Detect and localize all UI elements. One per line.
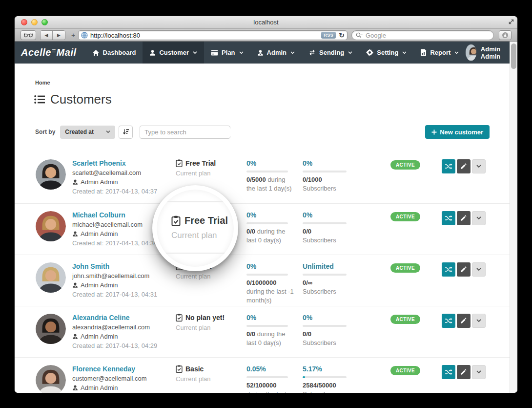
sending-quota-desc: during the last -1 month(s) (246, 288, 294, 304)
login-as-button[interactable] (442, 365, 455, 379)
subscribers-value: 0/0 (303, 330, 311, 338)
clipboard-check-icon (171, 215, 181, 226)
list-icon (34, 95, 45, 104)
edit-button[interactable] (457, 314, 471, 328)
login-as-button[interactable] (442, 314, 455, 328)
resize-arrows-icon[interactable] (508, 19, 514, 25)
plan-name: No plan yet! (176, 314, 246, 322)
customer-email: john.smith@acellemail.com (72, 272, 176, 279)
new-customer-button[interactable]: New customer (425, 125, 490, 139)
magnified-plan-sub: Current plan (171, 231, 228, 240)
scrollbar-thumb[interactable] (511, 43, 516, 69)
status-badge: ACTIVE (390, 160, 420, 170)
more-actions-button[interactable] (472, 262, 486, 277)
subscribers-detail: 0/1000 Subscribers (303, 175, 350, 193)
edit-button[interactable] (457, 211, 471, 225)
pencil-icon (460, 215, 467, 221)
sending-quota-detail: 52/100000 during the last (246, 381, 294, 393)
customer-search[interactable] (140, 126, 230, 139)
sending-quota-bar (246, 171, 288, 172)
customer-list: Scarlett Phoenix scarlett@acellemail.com… (15, 152, 510, 393)
sending-quota-value: 0/5000 (246, 176, 266, 183)
nav-item-plan[interactable]: Plan (204, 42, 250, 64)
browser-window: localhost ◀ ▶ + http://localhost:80 RSS (15, 16, 517, 393)
search-input[interactable] (144, 129, 230, 136)
nav-item-customer[interactable]: Customer (143, 42, 204, 64)
customer-name-link[interactable]: John Smith (72, 262, 176, 270)
url-text: http://localhost:80 (90, 32, 321, 39)
pencil-icon (460, 163, 467, 170)
login-as-button[interactable] (442, 211, 455, 225)
more-actions-button[interactable] (472, 159, 486, 173)
login-as-button[interactable] (442, 159, 455, 173)
subscribers-bar (303, 376, 347, 378)
customer-name-link[interactable]: Scarlett Phoenix (72, 159, 176, 167)
customer-owner-name: Admin Admin (81, 230, 118, 237)
sending-quota-detail: 0/0 during the last 0 day(s) (246, 227, 294, 245)
scrollbar[interactable] (510, 42, 517, 393)
window-title: localhost (15, 19, 517, 26)
customer-owner-name: Admin Admin (81, 384, 118, 391)
user-icon (72, 179, 78, 185)
subscribers-detail: 2584/50000 Subscribers (303, 381, 350, 393)
customer-email: customer@acellemail.com (72, 375, 176, 382)
chevron-down-icon (454, 51, 459, 54)
customer-name-link[interactable]: Alexandria Celine (72, 314, 176, 322)
page-title: Customers (34, 92, 510, 107)
customer-name-link[interactable]: Florence Kenneday (72, 365, 176, 373)
app-logo[interactable]: Acelle≡Mail (15, 42, 85, 64)
nav-item-dashboard[interactable]: Dashboard (85, 42, 143, 64)
browser-search-field[interactable]: Google (351, 30, 494, 40)
user-icon (149, 49, 156, 56)
shuffle-icon (445, 215, 452, 221)
address-bar[interactable]: http://localhost:80 RSS ↻ (78, 30, 348, 40)
home-icon (92, 49, 100, 56)
nav-item-label: Plan (222, 49, 235, 56)
edit-button[interactable] (457, 159, 471, 173)
nav-item-setting[interactable]: Setting (359, 42, 413, 64)
more-actions-button[interactable] (472, 211, 486, 225)
chevron-down-icon (106, 130, 110, 133)
shuffle-icon (445, 163, 452, 170)
app-navbar: Acelle≡Mail Dashboard Customer Plan (15, 42, 517, 64)
new-tab-button[interactable]: + (69, 30, 77, 40)
breadcrumb[interactable]: Home (35, 80, 510, 86)
plan-subtitle: Current plan (176, 375, 246, 383)
login-as-button[interactable] (442, 262, 455, 277)
sending-quota-detail: 0/0 during the last 0 day(s) (246, 330, 294, 347)
back-button[interactable]: ◀ (41, 31, 53, 40)
subscribers-percent: 0% (303, 314, 390, 322)
subscribers-bar (303, 274, 347, 276)
subscribers-bar (303, 171, 347, 172)
browser-toolbar: ◀ ▶ + http://localhost:80 RSS ↻ Google (15, 29, 517, 42)
customer-email: scarlett@acellemail.com (72, 169, 176, 176)
customer-row: John Smith john.smith@acellemail.com Adm… (15, 255, 510, 306)
subscribers-value: 0/1000 (303, 176, 322, 183)
sending-quota-percent: 0% (246, 211, 303, 219)
subscribers-value: 2584/50000 (303, 382, 336, 389)
plan-name: Free Trial (176, 159, 246, 167)
rss-badge[interactable]: RSS (321, 32, 336, 39)
clipboard-check-icon (176, 314, 183, 322)
user-icon (72, 333, 78, 340)
nav-item-report[interactable]: Report (413, 42, 466, 64)
sort-direction-button[interactable] (119, 126, 133, 139)
more-actions-button[interactable] (472, 314, 486, 328)
pencil-icon (460, 266, 467, 273)
chevron-down-icon (402, 51, 407, 54)
downloads-button[interactable] (499, 30, 512, 40)
glasses-icon (24, 33, 33, 38)
nav-item-sending[interactable]: Sending (302, 42, 359, 64)
row-actions (442, 211, 486, 255)
sending-quota-bar (246, 376, 288, 378)
forward-button[interactable]: ▶ (53, 31, 65, 40)
reader-glasses-button[interactable] (20, 30, 36, 40)
reload-icon[interactable]: ↻ (339, 31, 345, 39)
subscribers-percent: 0% (303, 211, 390, 219)
more-actions-button[interactable] (472, 365, 486, 379)
sort-select[interactable]: Created at (60, 126, 115, 139)
nav-item-admin[interactable]: Admin (250, 42, 302, 64)
edit-button[interactable] (457, 365, 471, 379)
edit-button[interactable] (457, 262, 471, 277)
report-icon (420, 49, 427, 56)
